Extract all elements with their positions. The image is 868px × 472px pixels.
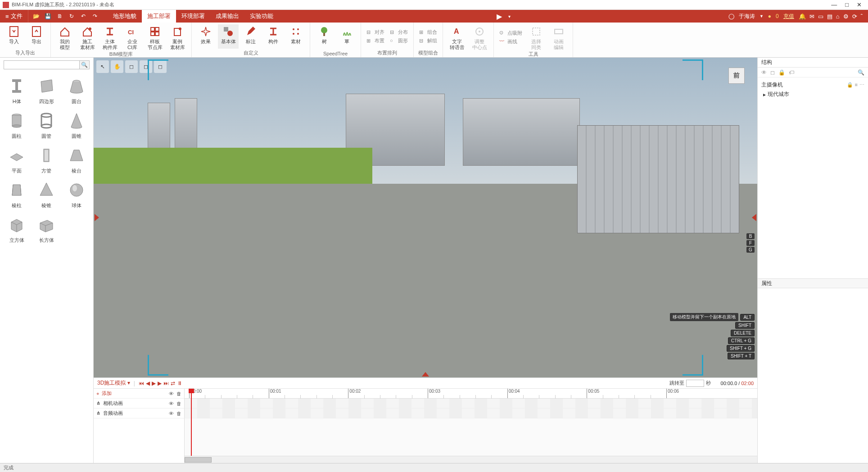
eye-icon[interactable]: 👁 [169, 401, 174, 406]
play-dropdown-icon[interactable]: ▾ [508, 14, 511, 19]
shape-item-7[interactable]: 方管 [32, 145, 60, 174]
node-main-camera[interactable]: 主摄像机 🔒≡⋯ [761, 80, 864, 90]
annot-button[interactable]: 标注 [240, 24, 261, 49]
shape-item-8[interactable]: 棱台 [63, 145, 90, 174]
shape-item-0[interactable]: H体 [3, 76, 31, 105]
shape-item-6[interactable]: 平面 [3, 145, 31, 174]
undo-icon[interactable]: ↶ [80, 13, 87, 20]
lock-icon[interactable]: 🔒 [778, 69, 785, 76]
import-button[interactable]: 导入 [4, 24, 24, 49]
cursor-tool-icon[interactable]: ↖ [96, 60, 109, 73]
mymodel-button[interactable]: 我的 模型 [54, 24, 75, 50]
constlib-button[interactable]: 施工 素材库 [77, 24, 98, 50]
grass-button[interactable]: 草 [336, 24, 357, 50]
home-icon[interactable]: ⌂ [836, 13, 840, 20]
shape-item-11[interactable]: 球体 [63, 180, 90, 209]
close-button[interactable]: ✕ [857, 1, 862, 8]
save-icon[interactable]: 💾 [45, 13, 52, 20]
group-button[interactable]: ⊞组合 [417, 28, 439, 36]
tab-construction[interactable]: 施工部署 [142, 10, 176, 23]
shape-item-4[interactable]: 圆管 [32, 110, 60, 140]
gear-icon[interactable]: ⚙ [843, 13, 849, 20]
open-icon[interactable]: 📂 [33, 13, 40, 20]
view-cube[interactable]: 前 [723, 62, 750, 89]
viewport-arrow-bottom[interactable] [422, 372, 429, 377]
refresh-icon[interactable]: ⟳ [852, 13, 857, 20]
jump-input[interactable] [686, 380, 704, 387]
tl-prev-icon[interactable]: ◀ [146, 380, 150, 386]
shape-item-13[interactable]: 长方体 [32, 214, 60, 244]
collapse-icon[interactable]: ˆ [861, 13, 863, 20]
hand-tool-icon[interactable]: ✋ [111, 60, 123, 73]
shape-item-1[interactable]: 四边形 [32, 76, 60, 105]
playhead[interactable] [191, 389, 192, 463]
user-name[interactable]: 于海涛 [739, 13, 755, 20]
cube-icon[interactable]: ◻ [770, 69, 775, 76]
place-button[interactable]: ⊞布置 [365, 37, 386, 45]
search-button[interactable]: 🔍 [80, 60, 90, 69]
track-camera[interactable]: ⋔ 相机动画 👁🗑 [94, 399, 184, 408]
timeline-mode[interactable]: 3D施工模拟 ▾ [97, 379, 130, 387]
pivot-button[interactable]: 调整 中心点 [469, 24, 490, 50]
tab-terrain[interactable]: 地形地貌 [108, 10, 142, 23]
search-icon[interactable]: 🔍 [858, 69, 864, 76]
doc-icon[interactable]: ▤ [827, 13, 832, 20]
track-lane-camera[interactable] [185, 399, 757, 408]
tag-icon[interactable]: 🏷 [789, 69, 794, 76]
distribute-button[interactable]: ⊟分布 [388, 28, 410, 36]
lock-icon[interactable]: 🔒 [847, 82, 853, 88]
expand-icon[interactable]: ▸ [763, 91, 766, 98]
tab-experimental[interactable]: 实验功能 [244, 10, 279, 23]
viewport-arrow-right[interactable] [752, 214, 756, 221]
nodelib-button[interactable]: 样板 节点库 [145, 24, 165, 50]
timeline-ruler[interactable]: 00:0000:0100:0200:0300:0400:0500:06 [185, 389, 757, 399]
shape-item-10[interactable]: 棱锥 [32, 180, 60, 209]
snap-button[interactable]: ⊙点吸附 [497, 29, 524, 37]
node-modern-city[interactable]: ▸ 现代城市 [761, 90, 864, 99]
shape-item-12[interactable]: 立方体 [3, 214, 31, 244]
primitive-button[interactable]: 基本体 [218, 24, 239, 49]
tab-output[interactable]: 成果输出 [210, 10, 244, 23]
animedit-button[interactable]: 动画 编辑 [548, 24, 569, 50]
more-icon[interactable]: ⋯ [859, 82, 864, 88]
tab-environment[interactable]: 环境部署 [176, 10, 210, 23]
shape-item-3[interactable]: 圆柱 [3, 110, 31, 140]
scrollbar-thumb[interactable] [185, 457, 212, 463]
redo-icon[interactable]: ↷ [91, 13, 99, 20]
tts-button[interactable]: A文字 转语音 [447, 24, 467, 50]
track-area[interactable]: 00:0000:0100:0200:0300:0400:0500:06 [185, 389, 757, 463]
tl-play-icon[interactable]: ▶ [152, 380, 156, 386]
timeline-scrollbar[interactable] [185, 456, 757, 463]
play-icon[interactable]: ▶ [497, 12, 502, 21]
shape-item-9[interactable]: 棱柱 [3, 180, 31, 209]
viewport-arrow-left[interactable] [95, 214, 99, 221]
screen-icon[interactable]: ▭ [818, 13, 823, 20]
material-button[interactable]: 素材 [285, 24, 306, 49]
search-input[interactable] [4, 60, 80, 69]
trash-icon[interactable]: 🗑 [176, 391, 181, 396]
track-audio[interactable]: ⋔ 音频动画 👁🗑 [94, 408, 184, 418]
user-dropdown-icon[interactable]: ▼ [760, 14, 764, 18]
minimize-button[interactable]: — [831, 1, 837, 8]
tl-first-icon[interactable]: ⏮ [139, 380, 144, 386]
tree-button[interactable]: 树 [314, 24, 335, 50]
effect-button[interactable]: 效果 [195, 24, 216, 49]
ungroup-button[interactable]: ⊟解组 [417, 37, 439, 45]
track-add[interactable]: + 添加 👁🗑 [94, 389, 184, 399]
shape-item-2[interactable]: 圆台 [63, 76, 90, 105]
maximize-button[interactable]: □ [845, 1, 849, 8]
tl-pause-icon[interactable]: ⏸ [177, 380, 182, 386]
align-button[interactable]: ⊟对齐 [365, 28, 386, 36]
caselib-button[interactable]: 案例 素材库 [167, 24, 188, 50]
tl-next-icon[interactable]: ▶ [158, 380, 162, 386]
file-menu-button[interactable]: ≡ 文件 [0, 10, 28, 23]
menu-icon[interactable]: ≡ [855, 82, 858, 88]
cube1-tool-icon[interactable]: ◻ [125, 60, 138, 73]
export-button[interactable]: 导出 [26, 24, 47, 49]
trash-icon[interactable]: 🗑 [176, 411, 181, 416]
trash-icon[interactable]: 🗑 [176, 401, 181, 406]
viewport-3d[interactable]: ↖ ✋ ◻ ◻ ◻ 前 B F G 移动模型并留下一个副本在原地ALT [94, 58, 757, 377]
user-avatar-icon[interactable]: ◯ [728, 13, 734, 19]
eye-icon[interactable]: 👁 [169, 391, 174, 396]
bell-icon[interactable]: 🔔 [799, 13, 806, 20]
